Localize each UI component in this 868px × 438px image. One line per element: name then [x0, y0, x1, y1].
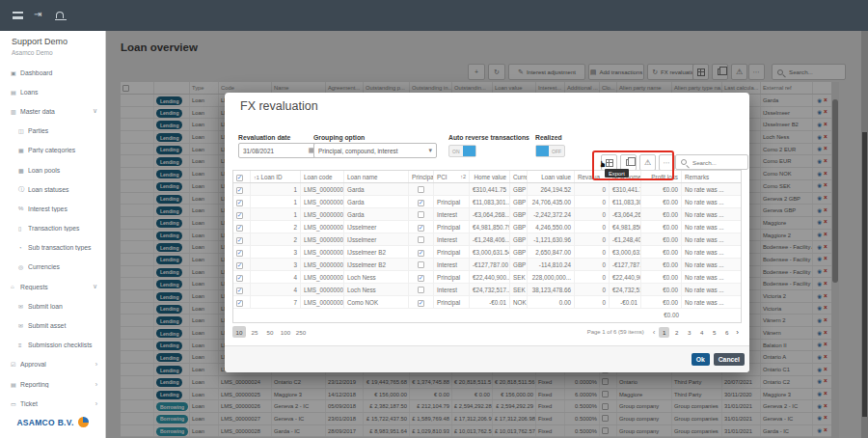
sidebar-item-label: Dashboard	[20, 69, 97, 76]
row-checkbox[interactable]	[236, 237, 243, 244]
pagination: 10 25 50 100 250 Page 1 of 6 (59 items) …	[232, 325, 742, 339]
row-checkbox[interactable]	[236, 200, 243, 206]
sidebar-item[interactable]: ▭ Ticket ›	[0, 394, 105, 413]
fx-table-row[interactable]: 1 LMS_00000001 Garda €310,441.75 GBP 264…	[233, 183, 741, 196]
next-page-icon[interactable]: ›	[736, 328, 739, 337]
sidebar-item[interactable]: ▯ Transaction types	[0, 219, 105, 238]
ellipsis-icon: ⋯	[664, 161, 671, 165]
sidebar-item-label: Interest types	[28, 205, 97, 212]
sidebar-item-label: Master data	[20, 108, 93, 115]
modal-warning-button[interactable]: ⚠	[639, 154, 656, 171]
principal-checkbox[interactable]	[418, 275, 424, 282]
sidebar-item[interactable]: ▥ Master data ∨	[0, 101, 105, 121]
row-checkbox[interactable]	[236, 187, 243, 194]
modal-search-input[interactable]	[691, 158, 743, 167]
toggle-knob	[536, 146, 549, 156]
sidebar-item-icon: ◎	[18, 263, 28, 270]
page-size-25[interactable]: 25	[248, 326, 261, 338]
sidebar-item[interactable]: ◫ Parties	[0, 122, 105, 141]
warning-icon: ⚠	[644, 158, 651, 167]
sidebar-item-label: Party categories	[28, 147, 97, 153]
principal-checkbox[interactable]	[418, 261, 424, 268]
page-6[interactable]: 6	[721, 327, 732, 338]
sidebar-item-icon: ▩	[18, 167, 28, 174]
revaluation-date-input[interactable]: 31/08/2021 ▦	[238, 143, 319, 158]
sidebar-item-icon: ⓘ	[18, 185, 28, 194]
sidebar-item-icon: ◔	[18, 245, 28, 251]
page-size-250[interactable]: 250	[294, 326, 308, 338]
page-2[interactable]: 2	[671, 327, 682, 338]
logo-icon	[78, 417, 89, 427]
sidebar-item[interactable]: ▩ Loan pools	[0, 160, 105, 179]
row-checkbox[interactable]	[236, 225, 243, 232]
search-icon	[681, 159, 687, 165]
principal-checkbox[interactable]	[418, 236, 424, 243]
sidebar-item[interactable]: ◎ Currencies	[0, 258, 105, 277]
cancel-button[interactable]: Cancel	[714, 353, 745, 366]
sidebar-item-icon: ▤	[11, 381, 20, 388]
fx-table-row[interactable]: 4 LMS_00000004 Loch Ness Interest €24,73…	[233, 284, 741, 296]
sidebar-item[interactable]: ▤ Reporting ›	[0, 374, 105, 394]
fx-table-row[interactable]: 4 LMS_00000004 Loch Ness Principal €22,4…	[233, 271, 741, 284]
row-checkbox[interactable]	[236, 275, 243, 282]
sidebar-item[interactable]: ▦ Party categories	[0, 141, 105, 160]
sidebar-item[interactable]: ▤ Loans	[0, 82, 105, 101]
sidebar-item[interactable]: ⌂ Requests ∨	[0, 277, 105, 296]
sidebar-items: ▣ Dashboard ▤ Loans ▥ Master data ∨ ◫ Pa…	[0, 63, 105, 413]
prev-page-icon[interactable]: ‹	[653, 328, 656, 337]
sidebar-item-icon: ▤	[11, 89, 20, 96]
row-checkbox[interactable]	[236, 250, 243, 257]
asamco-logo: ASAMCO B.V.	[0, 417, 105, 427]
row-checkbox[interactable]	[236, 212, 243, 219]
modal-search[interactable]	[675, 154, 748, 170]
principal-checkbox[interactable]	[418, 300, 424, 307]
fx-table-row[interactable]: 3 LMS_00000003 IJsselmeer B2 Interest -€…	[233, 259, 741, 271]
fx-table-row[interactable]: 1 LMS_00000001 Garda Principal €11,083,3…	[233, 196, 741, 208]
row-checkbox[interactable]	[236, 262, 243, 269]
principal-checkbox[interactable]	[418, 186, 424, 193]
page-size-100[interactable]: 100	[279, 326, 292, 338]
sidebar-item[interactable]: ⓘ Loan statuses	[0, 179, 105, 199]
principal-checkbox[interactable]	[418, 287, 424, 293]
fx-table-row[interactable]: 7 LMS_00000007 Como NOK Principal -€0.01…	[233, 296, 741, 309]
sidebar-item[interactable]: % Interest types	[0, 199, 105, 218]
page-3[interactable]: 3	[684, 327, 694, 338]
sidebar-item[interactable]: ◔ Sub transaction types	[0, 238, 105, 258]
sidebar-item-icon: ◫	[18, 127, 28, 134]
ok-button[interactable]: Ok	[692, 353, 710, 366]
page-5[interactable]: 5	[709, 327, 719, 338]
fx-table-row[interactable]: 2 LMS_00000002 IJsselmeer Interest -€1,2…	[233, 233, 741, 246]
sidebar-item[interactable]: ▣ Dashboard	[0, 63, 105, 82]
fx-table-row[interactable]: 1 LMS_00000001 Garda Interest -€3,064,26…	[233, 208, 741, 221]
principal-checkbox[interactable]	[418, 200, 424, 206]
sidebar-item[interactable]: ✉ Submit loan	[0, 296, 105, 315]
select-all-checkbox[interactable]	[236, 175, 243, 181]
principal-checkbox[interactable]	[418, 211, 424, 218]
grouping-option-select[interactable]: Principal, compound, interest ▾	[313, 143, 437, 158]
logout-icon[interactable]: ⇥	[34, 11, 41, 18]
page-1[interactable]: 1	[659, 327, 669, 338]
sidebar-item-icon: ▥	[11, 108, 20, 115]
page-4[interactable]: 4	[696, 327, 707, 338]
page-size-10[interactable]: 10	[232, 326, 246, 338]
row-checkbox[interactable]	[236, 287, 243, 294]
sidebar-item[interactable]: ✉ Submit asset	[0, 315, 105, 335]
fx-table-row[interactable]: 3 LMS_00000003 IJsselmeer B2 Principal €…	[233, 246, 741, 259]
fx-table-row[interactable]: 2 LMS_00000002 IJsselmeer Principal €4,9…	[233, 221, 741, 233]
bell-icon[interactable]	[56, 12, 64, 18]
org-name: Support Demo	[12, 37, 68, 46]
page-size-50[interactable]: 50	[263, 326, 277, 338]
principal-checkbox[interactable]	[418, 225, 424, 232]
sidebar-item-icon: %	[18, 205, 28, 211]
sidebar-item[interactable]: ≡ Submission checklists	[0, 336, 105, 355]
row-checkbox[interactable]	[236, 300, 243, 307]
fx-table-summary: €0.00	[233, 309, 741, 322]
sidebar-item-label: Ticket	[20, 400, 95, 407]
realized-label: Realized	[535, 134, 562, 141]
realized-toggle[interactable]: OFF	[535, 145, 565, 157]
principal-checkbox[interactable]	[418, 250, 424, 257]
sidebar-item[interactable]: ☑ Approval ›	[0, 355, 105, 374]
auto-reverse-toggle[interactable]: ON	[448, 145, 476, 157]
menu-icon[interactable]	[13, 12, 23, 19]
modal-more-button[interactable]: ⋯	[659, 154, 675, 171]
